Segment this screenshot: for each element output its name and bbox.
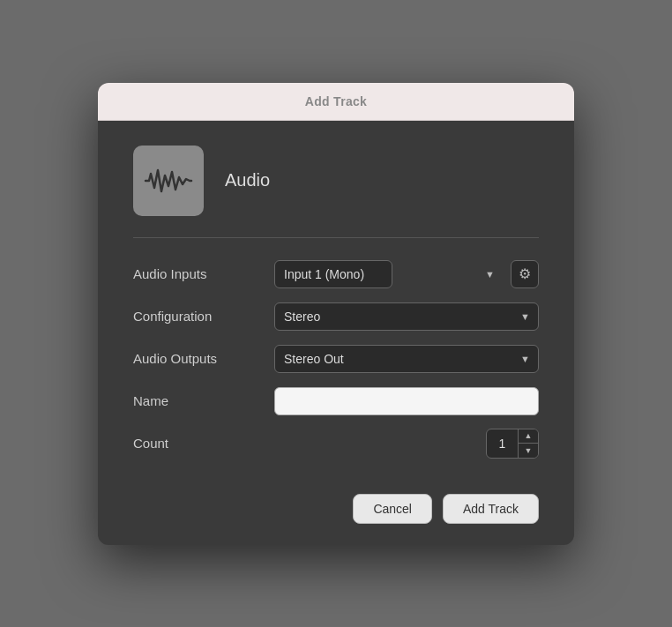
audio-inputs-arrow-icon: ▼ — [485, 269, 495, 280]
count-value: 1 — [487, 429, 519, 458]
cancel-button[interactable]: Cancel — [353, 494, 432, 524]
track-icon-wrapper — [133, 146, 204, 216]
dialog-titlebar: Add Track — [98, 83, 574, 121]
name-label: Name — [133, 393, 274, 408]
add-track-button[interactable]: Add Track — [443, 494, 539, 524]
count-label: Count — [133, 436, 274, 451]
count-stepper-wrapper: 1 ▲ ▼ — [274, 429, 539, 459]
count-decrement-button[interactable]: ▼ — [519, 444, 538, 458]
add-track-dialog: Add Track Audio Audio Inputs Input — [98, 83, 574, 545]
audio-inputs-label: Audio Inputs — [133, 266, 274, 281]
audio-inputs-dropdown-container: Input 1 (Mono) ▼ — [274, 260, 504, 288]
dialog-body: Audio Audio Inputs Input 1 (Mono) ▼ ⚙ — [98, 121, 574, 480]
audio-outputs-label: Audio Outputs — [133, 351, 274, 366]
configuration-control: Stereo Mono ▼ — [274, 302, 539, 331]
dialog-title: Add Track — [305, 94, 367, 108]
audio-inputs-control: Input 1 (Mono) ▼ ⚙ — [274, 260, 539, 288]
configuration-label: Configuration — [133, 309, 274, 324]
audio-outputs-control: Stereo Out ▼ — [274, 345, 539, 373]
count-increment-button[interactable]: ▲ — [519, 429, 538, 444]
audio-outputs-select[interactable]: Stereo Out — [274, 345, 539, 373]
form-rows: Audio Inputs Input 1 (Mono) ▼ ⚙ — [133, 259, 539, 459]
audio-inputs-gear-button[interactable]: ⚙ — [511, 260, 539, 288]
count-control: 1 ▲ ▼ — [274, 429, 539, 459]
audio-inputs-row: Audio Inputs Input 1 (Mono) ▼ ⚙ — [133, 259, 539, 289]
count-stepper: 1 ▲ ▼ — [486, 429, 539, 459]
audio-inputs-select-group: Input 1 (Mono) ▼ ⚙ — [274, 260, 539, 288]
count-row: Count 1 ▲ ▼ — [133, 429, 539, 459]
audio-inputs-select[interactable]: Input 1 (Mono) — [274, 260, 392, 288]
audio-outputs-row: Audio Outputs Stereo Out ▼ — [133, 344, 539, 374]
dialog-footer: Cancel Add Track — [98, 480, 574, 545]
configuration-row: Configuration Stereo Mono ▼ — [133, 302, 539, 332]
name-input[interactable] — [274, 387, 539, 415]
name-control — [274, 387, 539, 415]
count-stepper-buttons: ▲ ▼ — [519, 429, 538, 458]
configuration-select[interactable]: Stereo Mono — [274, 302, 539, 331]
name-row: Name — [133, 386, 539, 416]
section-divider — [133, 237, 539, 238]
track-type-label: Audio — [225, 170, 270, 190]
audio-waveform-icon — [144, 163, 193, 198]
track-header: Audio — [133, 146, 539, 216]
